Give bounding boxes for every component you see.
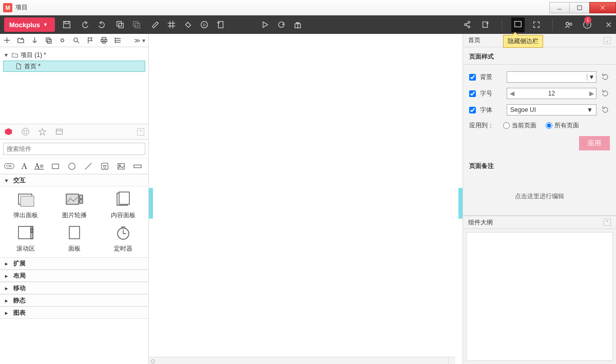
- svg-rect-77: [31, 228, 33, 233]
- search-icon[interactable]: [72, 36, 80, 44]
- ungroup-icon[interactable]: [132, 20, 141, 29]
- redo-icon[interactable]: [97, 20, 106, 29]
- gift-icon[interactable]: [293, 20, 302, 29]
- apply-button[interactable]: 应用: [579, 136, 610, 150]
- bg-reset-icon[interactable]: [601, 72, 610, 82]
- font-reset-icon[interactable]: [601, 105, 610, 114]
- radio-all[interactable]: 所有页面: [546, 121, 579, 130]
- bucket-icon[interactable]: [183, 20, 192, 29]
- play-icon[interactable]: [260, 20, 270, 29]
- category-label: 交互: [13, 176, 26, 185]
- outline-body[interactable]: [466, 232, 613, 361]
- notification-badge[interactable]: 1: [584, 16, 591, 24]
- svg-rect-7: [119, 23, 123, 28]
- tree-page-selected[interactable]: 首页 *: [3, 61, 145, 72]
- fontsize-checkbox[interactable]: [469, 90, 476, 97]
- collapse-icon[interactable]: ⌃: [137, 128, 144, 136]
- minimize-button[interactable]: [549, 2, 570, 13]
- sync-icon[interactable]: [277, 20, 286, 29]
- fontsize-stepper[interactable]: ◀12▶: [507, 88, 596, 99]
- more-icon[interactable]: ≫ ▾: [134, 37, 145, 44]
- line-shape-icon[interactable]: [84, 162, 93, 171]
- left-collapse-handle[interactable]: [149, 188, 153, 219]
- button-shape-icon[interactable]: OK: [4, 163, 14, 169]
- comp-panel[interactable]: 面板: [51, 224, 98, 253]
- grid-icon[interactable]: [167, 20, 176, 29]
- save-icon[interactable]: [62, 20, 71, 29]
- comp-popup-panel[interactable]: 弹出面板: [2, 190, 49, 220]
- comp-content-panel[interactable]: 内容面板: [100, 190, 146, 220]
- input-shape-icon[interactable]: [133, 162, 142, 171]
- comp-timer[interactable]: 定时器: [100, 224, 146, 253]
- components-tab-icon[interactable]: [4, 127, 13, 136]
- svg-line-26: [466, 25, 469, 27]
- undo-icon[interactable]: [81, 20, 90, 29]
- svg-point-63: [103, 165, 104, 166]
- brand-label: Mockplus: [9, 21, 40, 29]
- share-icon[interactable]: [463, 20, 472, 29]
- radio-current[interactable]: 当前页面: [503, 121, 536, 130]
- circle-shape-icon[interactable]: [67, 162, 76, 171]
- masters-tab-icon[interactable]: [55, 127, 64, 136]
- notes-editor[interactable]: 点击这里进行编辑: [463, 178, 616, 215]
- rect-shape-icon[interactable]: [51, 162, 60, 171]
- svg-point-29: [566, 23, 569, 25]
- star-tab-icon[interactable]: [38, 127, 47, 136]
- comp-scroll-area[interactable]: 滚动区: [2, 224, 49, 253]
- bg-color-picker[interactable]: ▼: [507, 71, 596, 83]
- category-mobile[interactable]: ▸移动: [0, 282, 148, 294]
- font-checkbox[interactable]: [469, 107, 476, 113]
- category-layout[interactable]: ▸布局: [0, 270, 148, 282]
- folder-add-icon[interactable]: [17, 36, 25, 44]
- tooltip: 隐藏侧边栏: [503, 35, 543, 48]
- close-button[interactable]: [589, 2, 616, 13]
- quick-shapes: OK A A≡: [0, 159, 148, 174]
- flag-icon[interactable]: [86, 36, 94, 44]
- svg-line-41: [77, 41, 79, 43]
- image-shape-icon[interactable]: [117, 162, 126, 171]
- font-select[interactable]: Segoe UI▼: [507, 104, 596, 116]
- list-icon[interactable]: [114, 36, 122, 44]
- canvas[interactable]: [149, 34, 463, 364]
- apply-to-label: 应用到：: [469, 121, 494, 130]
- export-icon[interactable]: [481, 20, 490, 29]
- add-icon[interactable]: [3, 36, 11, 44]
- group-icon[interactable]: [116, 20, 125, 29]
- link-icon[interactable]: [59, 36, 66, 44]
- outline-collapse-icon[interactable]: ⌃: [604, 219, 611, 226]
- right-collapse-handle[interactable]: [458, 188, 463, 219]
- d-circle-icon[interactable]: D: [200, 20, 209, 29]
- svg-point-30: [569, 23, 572, 26]
- folder-icon: [11, 51, 18, 59]
- smiley-shape-icon[interactable]: [100, 162, 109, 171]
- canvas-scrollbar[interactable]: [149, 357, 455, 364]
- bg-checkbox[interactable]: [469, 74, 476, 81]
- text-shape-icon[interactable]: A: [22, 162, 28, 171]
- down-icon[interactable]: [31, 36, 38, 44]
- format-painter-icon[interactable]: [150, 20, 160, 29]
- svg-point-50: [115, 40, 116, 41]
- component-categories: ▾交互 弹出面板 图片轮播 内容面板 滚动区: [0, 174, 148, 364]
- underline-text-icon[interactable]: A≡: [34, 162, 44, 170]
- window-title: 项目: [15, 3, 28, 12]
- emoji-tab-icon[interactable]: [21, 127, 30, 136]
- hide-sidebar-icon[interactable]: [513, 20, 523, 29]
- tree-root[interactable]: ▾ 项目 (1) *: [3, 49, 145, 61]
- search-input[interactable]: [3, 143, 145, 155]
- team-icon[interactable]: [564, 20, 573, 29]
- panel-close-icon[interactable]: ✕: [605, 20, 612, 30]
- fullscreen-icon[interactable]: [532, 20, 541, 29]
- copy-icon[interactable]: [45, 36, 52, 44]
- print-icon[interactable]: [100, 36, 108, 44]
- new-page-icon[interactable]: [216, 20, 225, 29]
- right-collapse-icon[interactable]: ⌄: [604, 37, 611, 44]
- category-interact[interactable]: ▾交互: [0, 174, 148, 186]
- category-static[interactable]: ▸静态: [0, 294, 148, 306]
- comp-carousel[interactable]: 图片轮播: [51, 190, 98, 220]
- font-label: 字体: [480, 106, 503, 114]
- category-chart[interactable]: ▸图表: [0, 306, 148, 319]
- maximize-button[interactable]: [569, 2, 590, 13]
- fontsize-reset-icon[interactable]: [601, 89, 610, 98]
- category-extend[interactable]: ▸扩展: [0, 257, 148, 270]
- brand-menu[interactable]: Mockplus▼: [4, 17, 55, 32]
